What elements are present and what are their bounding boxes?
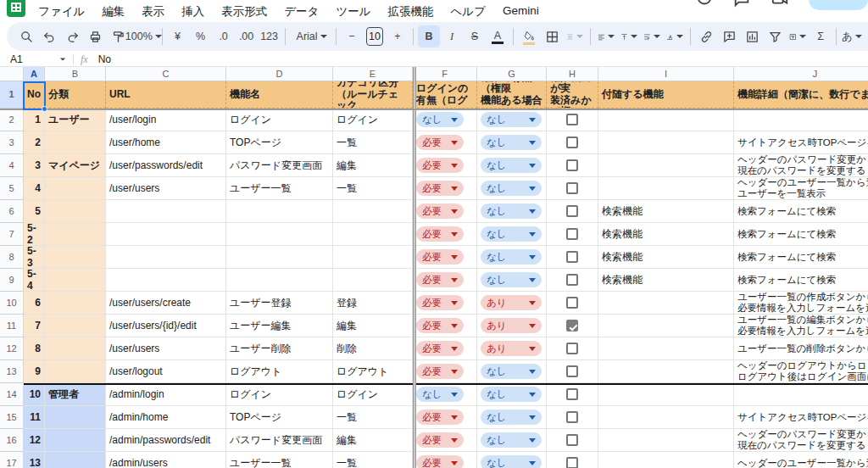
login-chip-15[interactable]: 必要 [416,410,464,425]
increase-decimal-button[interactable]: .00 [236,25,258,47]
cell-B8[interactable] [45,246,106,269]
cell-B1[interactable]: 分類 [45,81,106,109]
cell-F14[interactable]: なし [413,383,477,406]
row-header-16[interactable]: 16 [0,429,24,452]
functions-button[interactable]: Σ [810,25,832,47]
cell-B7[interactable] [45,223,106,246]
decrease-font-button[interactable]: − [341,25,363,47]
cell-H6[interactable] [547,200,598,223]
cell-E7[interactable] [333,223,413,246]
cell-J16[interactable]: ヘッダーのパスワード変更から 現在のパスワードを変更する [734,429,868,452]
cell-J15[interactable]: サイトアクセス時TOPページを [734,406,868,429]
version-history-icon[interactable] [695,0,714,8]
cell-C17[interactable]: /admin/users [106,452,226,468]
cell-I10[interactable] [598,292,734,315]
cell-J8[interactable]: 検索フォームにて検索 [734,246,868,269]
row-header-1[interactable]: 1 [0,81,24,109]
column-header-H[interactable]: H [547,67,598,81]
insert-link-icon[interactable] [695,25,717,47]
row-header-13[interactable]: 13 [0,360,24,383]
cell-E5[interactable]: 一覧 [333,177,413,200]
decrease-decimal-button[interactable]: .0 [213,25,235,47]
cell-E6[interactable] [333,200,413,223]
cell-I7[interactable]: 検索機能 [598,223,734,246]
cell-G14[interactable]: なし [477,383,547,406]
cell-I6[interactable]: 検索機能 [598,200,734,223]
cell-A4[interactable]: 3 [24,154,45,177]
implemented-checkbox-15[interactable] [566,411,578,423]
text-wrap-icon[interactable] [641,25,663,47]
implemented-checkbox-4[interactable] [566,159,578,171]
cell-A12[interactable]: 8 [24,337,45,360]
cell-G3[interactable]: なし [477,131,547,154]
grid-corner[interactable] [0,67,24,81]
cell-A16[interactable]: 12 [24,429,45,452]
implemented-checkbox-6[interactable] [566,205,578,217]
print-icon[interactable] [84,25,106,47]
cell-G4[interactable]: なし [477,154,547,177]
cell-I16[interactable] [598,429,734,452]
cell-J7[interactable]: 検索フォームにて検索 [734,223,868,246]
login-chip-17[interactable]: 必要 [416,455,464,468]
permission-chip-13[interactable]: なし [481,364,542,379]
cell-C9[interactable] [106,269,226,292]
menu-item-8[interactable]: ヘルプ [443,3,493,21]
currency-button[interactable]: ¥ [167,25,189,47]
cell-C1[interactable]: URL [106,81,226,109]
cell-G15[interactable]: なし [477,406,547,429]
implemented-checkbox-7[interactable] [566,228,578,240]
menu-item-5[interactable]: データ [276,3,326,21]
cell-E9[interactable] [333,269,413,292]
cell-D6[interactable] [226,200,333,223]
text-color-button[interactable]: A [487,25,509,47]
column-header-E[interactable]: E [333,67,413,81]
cell-G9[interactable]: なし [477,269,547,292]
cell-C15[interactable]: /admin/home [106,406,226,429]
cell-A13[interactable]: 9 [24,360,45,383]
cell-G17[interactable]: なし [477,452,547,468]
cell-H1[interactable]: 権限機能が実 装済みか（権 [547,81,598,109]
cell-H11[interactable] [547,315,598,337]
cell-E11[interactable]: 編集 [333,315,413,337]
permission-chip-11[interactable]: あり [481,318,542,333]
cell-J6[interactable]: 検索フォームにて検索 [734,200,868,223]
permission-chip-5[interactable]: なし [481,181,542,196]
cell-B3[interactable] [45,131,106,154]
column-header-B[interactable]: B [45,67,106,81]
cell-G12[interactable]: あり [477,337,547,360]
cell-C2[interactable]: /user/login [106,109,226,131]
cell-B10[interactable] [45,292,106,315]
cell-A6[interactable]: 5 [24,200,45,223]
cell-E15[interactable]: 一覧 [333,406,413,429]
horizontal-align-icon[interactable] [595,25,617,47]
vertical-align-icon[interactable] [618,25,640,47]
cell-H17[interactable] [547,452,598,468]
cell-B5[interactable] [45,177,106,200]
cell-F5[interactable]: 必要 [413,177,477,200]
merge-cells-icon[interactable] [564,25,586,47]
cell-A3[interactable]: 2 [24,131,45,154]
frozen-row-divider[interactable] [0,109,868,110]
cell-E12[interactable]: 削除 [333,337,413,360]
cell-G10[interactable]: あり [477,292,547,315]
menu-item-3[interactable]: 挿入 [174,3,212,21]
cell-J12[interactable]: ユーザー一覧の削除ボタンから [734,337,868,360]
cell-I1[interactable]: 付随する機能 [598,81,734,109]
login-chip-6[interactable]: 必要 [416,203,464,219]
cell-C7[interactable] [106,223,226,246]
cell-I9[interactable]: 検索機能 [598,269,734,292]
row-header-7[interactable]: 7 [0,223,24,246]
cell-H2[interactable] [547,109,598,131]
menu-item-0[interactable]: ファイル [31,3,92,21]
cell-C13[interactable]: /user/logout [106,360,226,383]
implemented-checkbox-3[interactable] [566,136,578,148]
name-box[interactable]: A1 [0,53,66,65]
cell-C6[interactable] [106,200,226,223]
formula-input[interactable]: No [98,53,111,65]
bold-button[interactable]: B [418,25,440,47]
cell-I4[interactable] [598,154,734,177]
cell-D17[interactable]: ユーザー一覧 [226,452,333,468]
cell-I12[interactable] [598,337,734,360]
cell-G5[interactable]: なし [477,177,547,200]
cell-D8[interactable] [226,246,333,269]
